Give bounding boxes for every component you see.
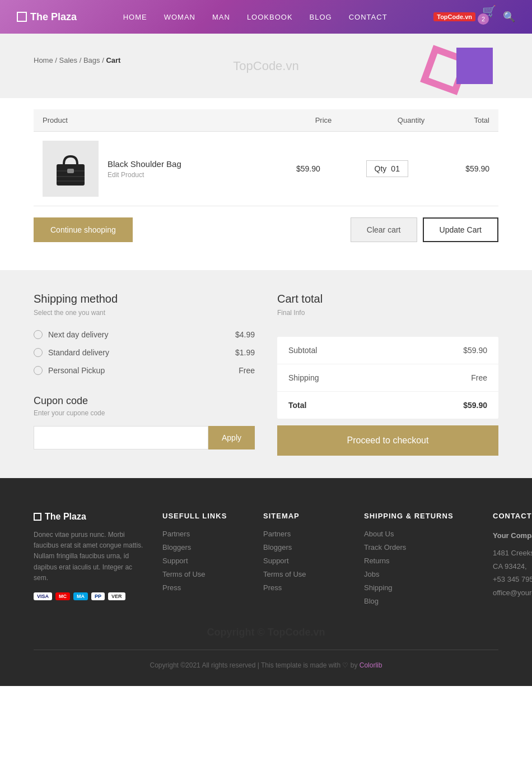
radio-next-day[interactable]: [34, 330, 43, 339]
product-name: Black Shoulder Bag: [108, 159, 181, 169]
cart-table: Product Price Quantity Total: [34, 109, 498, 206]
apply-button[interactable]: Apply: [208, 426, 255, 449]
cart-total-subtitle: Final Info: [277, 309, 498, 317]
watermark: TopCode.vn: [233, 59, 298, 73]
shipping-option-2: Personal Pickup Free: [34, 366, 255, 375]
footer: The Plaza Donec vitae purus nunc. Morbi …: [0, 478, 532, 686]
topcode-badge: TopCode.vn: [433, 12, 475, 21]
product-total: $59.90: [433, 132, 498, 206]
cart-total-title: Cart total: [277, 293, 498, 305]
product-price: $59.90: [276, 132, 341, 206]
continue-shopping-button[interactable]: Continue shooping: [34, 217, 133, 242]
breadcrumb-bags[interactable]: Bags: [83, 56, 100, 64]
footer-shipping-list: About Us Track Orders Returns Jobs Shipp…: [364, 529, 476, 605]
nav-lookbook[interactable]: LOOKBOOK: [247, 13, 293, 21]
link-shipping[interactable]: Shipping: [364, 583, 393, 592]
edit-product-link[interactable]: Edit Product: [108, 171, 181, 179]
breadcrumb-home[interactable]: Home: [34, 56, 53, 64]
footer-contact: CONTACT Your Company Ltd 1481 Creekside …: [493, 512, 532, 610]
footer-sitemap-title: SITEMAP: [263, 512, 347, 520]
footer-grid: The Plaza Donec vitae purus nunc. Morbi …: [34, 512, 498, 610]
shipping-label: Shipping: [288, 373, 319, 382]
shipping-price-2: Free: [239, 366, 255, 375]
link-track[interactable]: Track Orders: [364, 543, 406, 551]
search-icon[interactable]: 🔍: [503, 11, 515, 23]
product-qty-cell: Qty 01: [340, 132, 433, 206]
footer-logo-square: [34, 513, 41, 521]
link-about[interactable]: About Us: [364, 530, 394, 538]
shipping-value: Free: [471, 373, 487, 382]
radio-pickup[interactable]: [34, 366, 43, 375]
table-row: Black Shoulder Bag Edit Product $59.90 Q…: [34, 132, 498, 206]
nav-woman[interactable]: WOMAN: [164, 13, 195, 21]
copyright-bottom-text: Copyright ©2021 All rights reserved | Th…: [150, 661, 358, 669]
visa-icon: VISA: [34, 592, 52, 600]
list-item: About Us: [364, 529, 476, 538]
link-press-useful[interactable]: Press: [162, 583, 181, 592]
logo-text: The Plaza: [30, 11, 77, 23]
breadcrumb-current: Cart: [106, 56, 120, 64]
nav-home[interactable]: HOME: [123, 13, 147, 21]
qty-label: Qty: [375, 164, 387, 173]
nav-man[interactable]: MAN: [212, 13, 230, 21]
link-bloggers-useful[interactable]: Bloggers: [162, 543, 191, 551]
logo-square: [17, 12, 27, 22]
list-item: Jobs: [364, 569, 476, 578]
company-phone: +53 345 7953 32453: [493, 573, 532, 586]
link-bloggers-sitemap[interactable]: Bloggers: [263, 543, 292, 551]
radio-standard[interactable]: [34, 348, 43, 357]
list-item: Support: [162, 556, 246, 565]
cart-icon-wrapper[interactable]: 🛒 2: [482, 4, 496, 29]
shipping-title: Shipping method: [34, 293, 255, 305]
list-item: Press: [162, 583, 246, 592]
breadcrumb-sales[interactable]: Sales: [59, 56, 78, 64]
link-blog[interactable]: Blog: [364, 597, 379, 605]
bottom-section: Shipping method Select the one you want …: [0, 270, 532, 478]
subtotal-value: $59.90: [463, 346, 487, 355]
header: The Plaza HOME WOMAN MAN LOOKBOOK BLOG C…: [0, 0, 532, 34]
checkout-button[interactable]: Proceed to checkout: [277, 425, 498, 456]
footer-logo-text: The Plaza: [45, 512, 86, 522]
link-support-useful[interactable]: Support: [162, 557, 188, 565]
col-quantity: Quantity: [340, 109, 433, 132]
link-terms-useful[interactable]: Terms of Use: [162, 570, 206, 578]
link-jobs[interactable]: Jobs: [364, 570, 379, 578]
link-support-sitemap[interactable]: Support: [263, 557, 289, 565]
logo[interactable]: The Plaza: [17, 11, 77, 23]
product-image: [43, 141, 99, 197]
update-cart-button[interactable]: Update Cart: [423, 217, 498, 242]
colorlib-link[interactable]: Colorlib: [360, 661, 382, 669]
link-partners-useful[interactable]: Partners: [162, 530, 190, 538]
verified-icon: VER: [108, 592, 125, 600]
clear-cart-button[interactable]: Clear cart: [351, 217, 417, 242]
footer-shipping-title: SHIPPING & RETURNS: [364, 512, 476, 520]
link-terms-sitemap[interactable]: Terms of Use: [263, 570, 306, 578]
footer-brand: The Plaza Donec vitae purus nunc. Morbi …: [34, 512, 146, 610]
paypal-icon: PP: [91, 592, 105, 600]
maestro-icon: MA: [73, 592, 88, 600]
shipping-option-1: Standard delivery $1.99: [34, 348, 255, 357]
footer-shipping-returns: SHIPPING & RETURNS About Us Track Orders…: [364, 512, 476, 610]
footer-description: Donec vitae purus nunc. Morbi faucibus e…: [34, 530, 146, 583]
nav-contact[interactable]: CONTACT: [349, 13, 388, 21]
nav-blog[interactable]: BLOG: [310, 13, 332, 21]
link-returns[interactable]: Returns: [364, 557, 390, 565]
link-press-sitemap[interactable]: Press: [263, 583, 282, 592]
list-item: Partners: [162, 529, 246, 538]
qty-value: 01: [391, 164, 400, 173]
shipping-label-1: Standard delivery: [48, 348, 109, 357]
coupon-section: Cupon code Enter your cupone code Apply: [34, 395, 255, 449]
list-item: Partners: [263, 529, 347, 538]
link-partners-sitemap[interactable]: Partners: [263, 530, 291, 538]
cart-total-box: Subtotal $59.90 Shipping Free Total $59.…: [277, 337, 498, 419]
coupon-input[interactable]: [34, 426, 208, 449]
list-item: Bloggers: [162, 543, 246, 551]
cart-action-right: Clear cart Update Cart: [351, 217, 498, 242]
list-item: Press: [263, 583, 347, 592]
col-product: Product: [34, 109, 276, 132]
total-row-shipping: Shipping Free: [277, 364, 498, 392]
footer-sitemap-list: Partners Bloggers Support Terms of Use P…: [263, 529, 347, 592]
list-item: Support: [263, 556, 347, 565]
copyright-main: Copyright © TopCode.vn: [34, 627, 498, 638]
qty-box[interactable]: Qty 01: [366, 160, 408, 177]
